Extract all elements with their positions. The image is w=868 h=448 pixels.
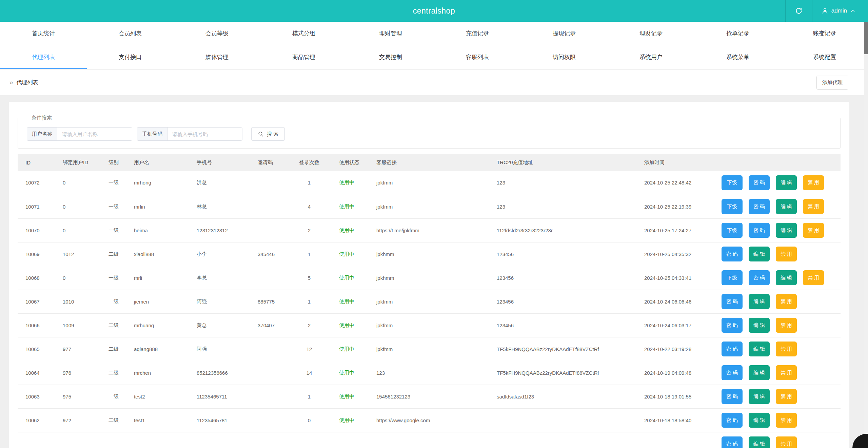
nav-item[interactable]: 会员列表 [87, 22, 174, 45]
cell-status: 使用中 [331, 337, 369, 361]
nav-item[interactable]: 会员等级 [174, 22, 260, 45]
cell-phone: 李总 [189, 266, 250, 290]
action-button[interactable]: 编 辑 [749, 413, 770, 428]
nav-item[interactable]: 充值记录 [434, 22, 521, 45]
action-button[interactable]: 下级 [722, 270, 743, 285]
cell-actions: 下级密 码编 辑禁 用 [714, 171, 841, 195]
nav-item[interactable]: 账变记录 [781, 22, 868, 45]
cell-trc20_address [489, 432, 636, 448]
cell-level: 二级 [101, 313, 126, 337]
cell-status: 使用中 [331, 290, 369, 313]
action-button[interactable]: 禁 用 [803, 223, 824, 238]
action-button[interactable]: 密 码 [722, 294, 743, 309]
action-button[interactable]: 密 码 [722, 365, 743, 380]
agent-table-body: 100720一级mrhong洪总1使用中jpkfmm1232024-10-25 … [18, 171, 841, 448]
cell-phone: 12312312312 [189, 218, 250, 242]
action-button[interactable]: 密 码 [749, 175, 770, 190]
cell-phone: 阿强 [189, 290, 250, 313]
action-button[interactable]: 下级 [722, 223, 743, 238]
action-button[interactable]: 禁 用 [776, 294, 797, 309]
nav-item[interactable]: 首页统计 [0, 22, 87, 45]
agent-table-header: ID绑定用户ID级别用户名手机号邀请码登录次数使用状态客服链接TRC20充值地址… [18, 154, 841, 171]
cell-created_at: 2024-10-19 04:09:48 [636, 361, 714, 385]
cell-actions: 密 码编 辑禁 用 [714, 408, 841, 432]
nav-item[interactable]: 客服列表 [434, 45, 521, 69]
action-button[interactable]: 禁 用 [776, 436, 797, 448]
action-button[interactable]: 编 辑 [776, 223, 797, 238]
nav-item[interactable]: 理财记录 [608, 22, 694, 45]
breadcrumb-bar: » 代理列表 添加代理 [0, 70, 868, 95]
nav-item[interactable]: 提现记录 [521, 22, 608, 45]
action-button[interactable]: 禁 用 [776, 318, 797, 333]
add-agent-button[interactable]: 添加代理 [816, 76, 848, 90]
action-button[interactable]: 禁 用 [776, 365, 797, 380]
cell-status: 使用中 [331, 408, 369, 432]
cell-created_at: 2024-10-25 04:35:32 [636, 242, 714, 266]
action-button[interactable]: 编 辑 [749, 342, 770, 356]
action-button[interactable]: 编 辑 [749, 365, 770, 380]
action-button[interactable]: 密 码 [722, 436, 743, 448]
action-button[interactable]: 密 码 [749, 270, 770, 285]
username-input[interactable] [57, 128, 132, 140]
action-button[interactable]: 禁 用 [803, 199, 824, 214]
action-button[interactable]: 禁 用 [776, 413, 797, 428]
action-button[interactable]: 禁 用 [776, 342, 797, 356]
table-row: 10062972二级test1112354657810使用中https://ww… [18, 408, 841, 432]
vertical-scrollbar-track[interactable] [864, 22, 868, 448]
nav-item[interactable]: 媒体管理 [174, 45, 260, 69]
cell-invite_code [250, 218, 287, 242]
action-button[interactable]: 编 辑 [749, 436, 770, 448]
phone-input[interactable] [167, 128, 242, 140]
cell-login_count: 4 [287, 195, 331, 218]
action-button[interactable]: 密 码 [749, 199, 770, 214]
column-header-invite_code: 邀请码 [250, 154, 287, 171]
action-button[interactable]: 密 码 [722, 247, 743, 261]
action-button[interactable]: 密 码 [749, 223, 770, 238]
main-nav: 首页统计会员列表会员等级模式分组理财管理充值记录提现记录理财记录抢单记录账变记录… [0, 22, 868, 70]
nav-item[interactable]: 抢单记录 [694, 22, 781, 45]
nav-item[interactable]: 系统用户 [608, 45, 694, 69]
table-row: 10064976二级mrchen8521235666614使用中123TF5kF… [18, 361, 841, 385]
column-header-bind_user_id: 绑定用户ID [55, 154, 101, 171]
table-row: 密 码编 辑禁 用 [18, 432, 841, 448]
action-button[interactable]: 密 码 [722, 342, 743, 356]
nav-item[interactable]: 商品管理 [260, 45, 347, 69]
action-button[interactable]: 编 辑 [749, 247, 770, 261]
cell-created_at: 2024-10-18 19:01:55 [636, 385, 714, 408]
action-button[interactable]: 密 码 [722, 389, 743, 404]
action-button[interactable]: 编 辑 [776, 270, 797, 285]
action-button[interactable]: 禁 用 [776, 389, 797, 404]
refresh-icon [795, 7, 803, 15]
nav-item[interactable]: 支付接口 [87, 45, 174, 69]
vertical-scrollbar-thumb[interactable] [864, 22, 868, 54]
nav-item[interactable]: 访问权限 [521, 45, 608, 69]
action-button[interactable]: 编 辑 [749, 318, 770, 333]
action-button[interactable]: 禁 用 [803, 175, 824, 190]
action-button[interactable]: 下级 [722, 199, 743, 214]
cell-username: mrhuang [126, 313, 189, 337]
cell-login_count: 5 [287, 266, 331, 290]
user-menu[interactable]: admin [812, 0, 865, 22]
action-button[interactable]: 编 辑 [776, 175, 797, 190]
action-button[interactable]: 禁 用 [776, 247, 797, 261]
action-button[interactable]: 编 辑 [749, 294, 770, 309]
action-button[interactable]: 编 辑 [776, 199, 797, 214]
nav-item[interactable]: 理财管理 [347, 22, 434, 45]
search-button[interactable]: 搜 索 [251, 127, 285, 141]
table-row: 100661009二级mrhuang黄总3704072使用中jpkfmm1234… [18, 313, 841, 337]
cell-phone: 小李 [189, 242, 250, 266]
nav-item-active[interactable]: 代理列表 [0, 45, 87, 69]
nav-item[interactable]: 模式分组 [260, 22, 347, 45]
cell-level: 二级 [101, 242, 126, 266]
nav-item[interactable]: 系统菜单 [694, 45, 781, 69]
refresh-button[interactable] [786, 0, 812, 22]
action-button[interactable]: 编 辑 [749, 389, 770, 404]
cell-login_count: 1 [287, 171, 331, 195]
nav-item[interactable]: 系统配置 [781, 45, 868, 69]
action-button[interactable]: 禁 用 [803, 270, 824, 285]
action-button[interactable]: 密 码 [722, 318, 743, 333]
nav-item[interactable]: 交易控制 [347, 45, 434, 69]
cell-bind_user_id: 1012 [55, 242, 101, 266]
action-button[interactable]: 下级 [722, 175, 743, 190]
action-button[interactable]: 密 码 [722, 413, 743, 428]
